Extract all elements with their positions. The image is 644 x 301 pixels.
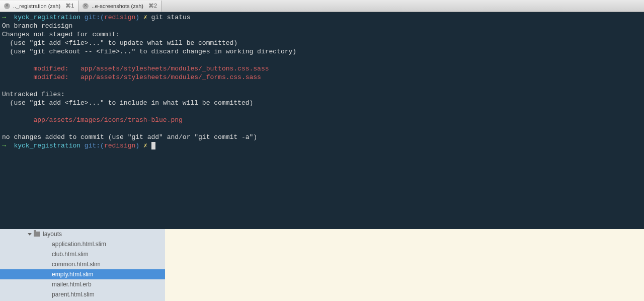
output-untracked-line: app/assets/images/icons/trash-blue.png [2, 116, 642, 124]
tree-folder-layouts[interactable]: layouts [0, 229, 165, 239]
tree-file-selected[interactable]: empty.html.slim [0, 269, 165, 279]
output-line: On branch redisign [2, 22, 642, 30]
prompt-git-close: ) [135, 142, 139, 149]
tree-file-label: mailer.html.erb [52, 281, 92, 288]
tree-file[interactable]: common.html.slim [0, 259, 165, 269]
terminal-panel[interactable]: → kyck_registration git:(redisign) ✗ git… [0, 12, 644, 229]
tab-shortcut: ⌘2 [148, 3, 157, 9]
command-text: git status [151, 14, 191, 21]
tree-file-label: parent.html.slim [52, 291, 95, 298]
output-blank [2, 82, 642, 90]
prompt-line: → kyck_registration git:(redisign) ✗ [2, 141, 642, 150]
prompt-git-close: ) [135, 14, 139, 21]
output-blank [2, 124, 642, 133]
output-line: (use "git add <file>..." to include in w… [2, 99, 642, 107]
tree-file-label: application.html.slim [52, 241, 106, 248]
editor-area[interactable] [165, 229, 644, 301]
prompt-dirty-icon: ✗ [143, 142, 147, 149]
output-line: Changes not staged for commit: [2, 30, 642, 39]
output-line: Untracked files: [2, 90, 642, 99]
prompt-directory: kyck_registration [14, 14, 80, 21]
output-line: no changes added to commit (use "git add… [2, 133, 642, 141]
bottom-panel: layouts application.html.slim club.html.… [0, 229, 644, 301]
output-line: (use "git checkout -- <file>..." to disc… [2, 47, 642, 56]
prompt-git-label: git:( [85, 14, 104, 21]
tree-file-label: common.html.slim [52, 261, 101, 268]
tree-file[interactable]: parent.html.slim [0, 289, 165, 299]
output-blank [2, 107, 642, 116]
output-modified-line: modified: app/assets/stylesheets/modules… [2, 73, 642, 82]
prompt-branch: redisign [104, 14, 135, 21]
tree-file[interactable]: application.html.slim [0, 239, 165, 249]
prompt-dirty-icon: ✗ [143, 14, 147, 21]
terminal-tab-1[interactable]: ✕ .._registration (zsh) ⌘1 [0, 1, 78, 12]
prompt-line: → kyck_registration git:(redisign) ✗ git… [2, 13, 642, 22]
tab-title: .._registration (zsh) [13, 3, 60, 9]
terminal-tab-2[interactable]: ✕ ..e-screenshots (zsh) ⌘2 [78, 1, 162, 12]
tree-file[interactable]: club.html.slim [0, 249, 165, 259]
prompt-arrow-icon: → [2, 14, 6, 21]
tree-file[interactable]: mailer.html.erb [0, 279, 165, 289]
close-icon[interactable]: ✕ [83, 3, 89, 9]
prompt-arrow-icon: → [2, 142, 6, 149]
tab-shortcut: ⌘1 [65, 3, 74, 9]
tree-folder-label: layouts [43, 231, 62, 238]
output-blank [2, 56, 642, 64]
prompt-branch: redisign [104, 142, 135, 149]
folder-icon [34, 232, 40, 237]
tree-file-label: empty.html.slim [52, 271, 93, 278]
tab-title: ..e-screenshots (zsh) [92, 3, 143, 9]
tree-file-label: club.html.slim [52, 251, 89, 258]
output-modified-line: modified: app/assets/stylesheets/modules… [2, 64, 642, 73]
cursor [151, 142, 155, 149]
prompt-git-label: git:( [85, 142, 104, 149]
file-tree-sidebar[interactable]: layouts application.html.slim club.html.… [0, 229, 165, 301]
prompt-directory: kyck_registration [14, 142, 80, 149]
output-line: (use "git add <file>..." to update what … [2, 39, 642, 47]
chevron-down-icon [28, 233, 32, 236]
tab-bar: ✕ .._registration (zsh) ⌘1 ✕ ..e-screens… [0, 0, 644, 12]
close-icon[interactable]: ✕ [4, 3, 10, 9]
